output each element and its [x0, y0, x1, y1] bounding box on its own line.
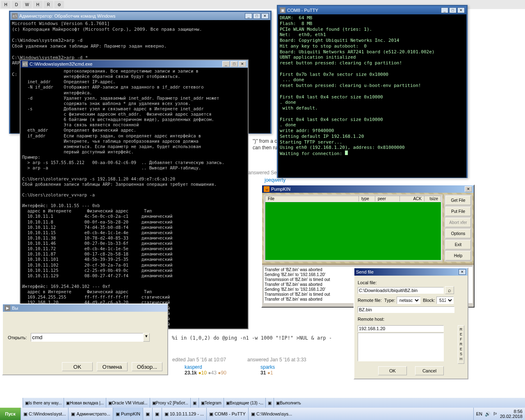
close-button[interactable]: ✕	[457, 7, 465, 13]
transfer-list[interactable]	[265, 202, 441, 260]
bg-answered: answered Sep	[248, 170, 280, 176]
remote-host-input[interactable]	[358, 325, 444, 332]
bg-answered2: answered Jan 5 '16 at 3:33	[247, 357, 306, 363]
tray-icon[interactable]: 🔊	[485, 411, 491, 417]
abort-button: Abort xfer	[445, 218, 471, 227]
put-file-button[interactable]: Put File	[445, 207, 471, 216]
bg-user-link[interactable]: joeqwerty	[265, 177, 285, 183]
bg-rep: 31 ●1	[260, 370, 273, 376]
putty-icon: ▣	[280, 7, 285, 13]
clock-date[interactable]: 20.02.2018	[500, 414, 523, 419]
taskbar-item[interactable]: ▣ Oracle VM Virtual...	[106, 398, 150, 408]
taskbar-item[interactable]: ▣ Telegram	[199, 398, 224, 408]
bg-user-kasperd[interactable]: kasperd	[185, 364, 202, 370]
host-list[interactable]	[358, 333, 444, 361]
dropdown-icon[interactable]: ▾	[143, 333, 150, 342]
putty-terminal[interactable]: DRAM: 64 MB Flash: 8 MB PCIe WLAN Module…	[278, 14, 466, 178]
cancel-button[interactable]: Cancel	[415, 366, 444, 375]
tab-icon[interactable]: D	[11, 1, 21, 8]
get-file-button[interactable]: Get File	[445, 196, 471, 205]
bg-user-sparks[interactable]: sparks	[260, 364, 275, 370]
remote-host-label: Remote host:	[358, 317, 384, 322]
taskbar-row-2: ▣ Is there any way...▣ Новая вкладка |..…	[23, 398, 525, 408]
maximize-button[interactable]: □	[231, 61, 238, 67]
clock-time[interactable]: 8:56	[500, 409, 523, 414]
taskbar-item[interactable]: ▣	[190, 398, 199, 408]
run-dialog[interactable]: ▶ Вы Открыть: ▾ OK Отмена Обзор...	[2, 304, 168, 375]
minimize-button[interactable]: _	[245, 13, 252, 19]
dialog-title: Вы	[12, 306, 166, 310]
taskbar-item[interactable]: ▣ Входящие (13) -...	[224, 398, 265, 408]
tab-icon[interactable]: ⚙	[54, 1, 64, 8]
taskbar-item[interactable]: ▣ 10.10.11.129 - ...	[162, 408, 206, 420]
send-file-dialog[interactable]: Send file ✕ Local file: ⌕ Remote file: T…	[354, 267, 468, 379]
browse-icon[interactable]: ⌕	[445, 286, 454, 294]
block-label: Block:	[423, 298, 435, 303]
taskbar-item[interactable]: ▣ Is there any way...	[23, 398, 64, 408]
taskbar-item[interactable]: ▣ C:\Windows\sys...	[248, 408, 294, 420]
cmd-icon: c:\	[12, 13, 18, 19]
taskbar-item[interactable]: ▣	[265, 398, 274, 408]
taskbar-item[interactable]: ▣ COM8 - PuTTY	[206, 408, 248, 420]
ok-button[interactable]: OK	[62, 362, 93, 371]
taskbar-item[interactable]: ▣	[152, 408, 162, 420]
window-title: COM8 - PuTTY	[287, 8, 441, 13]
tab-icon[interactable]: H	[33, 1, 43, 8]
pumpkin-icon: 🎃	[264, 186, 269, 192]
bg-text: ")" from a co	[253, 138, 280, 144]
maximize-button[interactable]: □	[253, 13, 260, 19]
maximize-button[interactable]: □	[449, 7, 457, 13]
language-indicator[interactable]: EN	[476, 411, 482, 416]
remote-file-input[interactable]	[358, 306, 454, 313]
run-icon: ▶	[5, 305, 10, 311]
local-file-input[interactable]	[358, 287, 444, 294]
refresh-button[interactable]: REFRESH	[458, 325, 464, 364]
start-button[interactable]: Пуск	[0, 408, 21, 420]
window-title: Администратор: Обработчик команд Windows	[19, 14, 245, 18]
browse-button[interactable]: Обзор...	[132, 362, 162, 371]
taskbar: Пуск ▣ C:\Windows\syst...▣ Администрато.…	[0, 408, 525, 420]
dialog-title: Send file	[356, 269, 459, 274]
tab-icon[interactable]: H	[1, 1, 11, 8]
options-button[interactable]: Options	[445, 229, 471, 238]
exit-button[interactable]: Exit	[445, 240, 471, 249]
cmd-window[interactable]: c:\ C:\Windows\system32\cmd.exe _ □ ✕ пр…	[20, 59, 249, 329]
system-tray[interactable]: EN 🔊 🏳 8:56 20.02.2018	[473, 408, 525, 420]
type-select[interactable]: netascii	[397, 297, 420, 304]
taskbar-item[interactable]: ▣	[143, 408, 152, 420]
help-button[interactable]: Help	[445, 251, 471, 260]
close-button[interactable]: ✕	[261, 13, 269, 19]
bg-text: can then ru	[253, 145, 277, 151]
cmd-terminal[interactable]: протоколирования. Все недопустимые запис…	[21, 68, 248, 329]
taskbar-item[interactable]: ▣ Администрато...	[68, 408, 112, 420]
tab-icon[interactable]: W	[22, 1, 32, 8]
cancel-button[interactable]: Отмена	[97, 362, 128, 371]
transfer-table-header: File type peer ACK tsize	[265, 196, 441, 202]
cmd-icon: c:\	[22, 61, 28, 67]
tray-icon[interactable]: 🏳	[493, 411, 498, 416]
block-select[interactable]: 512	[436, 297, 454, 304]
tab-icon[interactable]: R	[43, 1, 53, 8]
taskbar-item[interactable]: ▣ Proxy v2 [Работ...	[150, 398, 190, 408]
taskbar-item[interactable]: ▣ PumpKIN	[113, 408, 143, 420]
bg-code: %i in (1,0,2) do @ping -n1 -w 1000 "!IP!…	[172, 335, 332, 341]
local-file-label: Local file:	[358, 280, 377, 285]
close-button[interactable]: ✕	[239, 61, 246, 67]
window-title: PumpKIN	[271, 187, 465, 192]
minimize-button[interactable]: _	[441, 7, 448, 13]
taskbar-item[interactable]: ▣ Новая вкладка |...	[64, 398, 106, 408]
close-button[interactable]: ✕	[465, 186, 472, 192]
taskbar-item[interactable]: ▣ C:\Windows\syst...	[21, 408, 68, 420]
bg-edited: edited Jan 5 '16 at 10:07	[172, 357, 226, 363]
window-title: C:\Windows\system32\cmd.exe	[30, 62, 222, 66]
type-label: Type:	[384, 298, 395, 303]
minimize-button[interactable]: _	[222, 61, 230, 67]
remote-file-label: Remote file:	[358, 298, 382, 303]
putty-window[interactable]: ▣ COM8 - PuTTY _ □ ✕ DRAM: 64 MB Flash: …	[277, 5, 468, 178]
bg-rep: 23.1k ●10 ●43 ●90	[185, 370, 226, 376]
run-input[interactable]	[31, 333, 143, 342]
close-button[interactable]: ✕	[459, 269, 466, 275]
taskbar-item[interactable]: ▣ Выполнить	[274, 398, 303, 408]
ok-button[interactable]: OK	[378, 366, 407, 375]
open-label: Открыть:	[8, 335, 27, 340]
